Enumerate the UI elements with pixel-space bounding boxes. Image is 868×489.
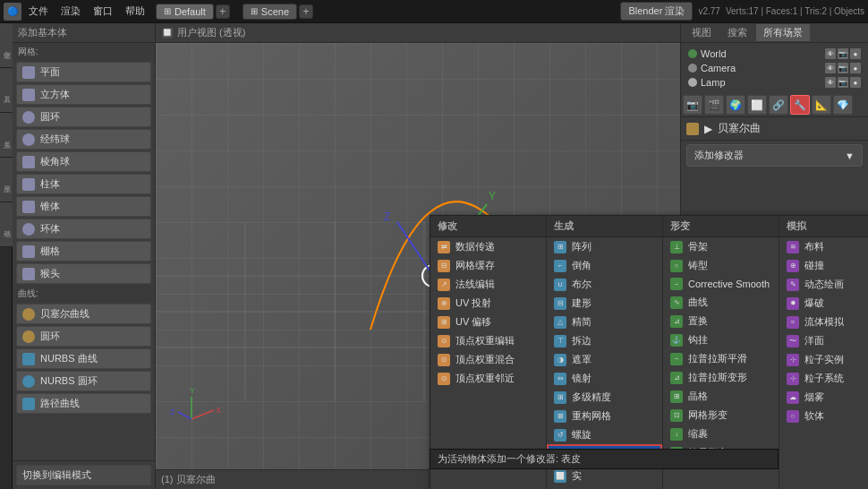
props-render-icon[interactable]: 📷 — [683, 95, 702, 115]
menu-item-screw[interactable]: ↺ 螺旋 — [547, 425, 662, 444]
menu-item-mirror[interactable]: ⇔ 镜射 — [547, 369, 662, 388]
scene-item-camera[interactable]: Camera 👁 📷 ● — [685, 61, 864, 75]
menu-item-vertex-weight-edit[interactable]: ⊙ 顶点权重编辑 — [430, 331, 546, 350]
mesh-plane[interactable]: 平面 — [16, 62, 151, 82]
menu-item-uv-project[interactable]: ⊕ UV 投射 — [430, 294, 546, 313]
menu-item-laplacian-smooth[interactable]: ~ 拉普拉斯平滑 — [663, 349, 779, 368]
props-scene-icon[interactable]: 🎬 — [704, 95, 724, 115]
visibility-icon[interactable]: 👁 — [825, 48, 836, 59]
menu-item-particle-system[interactable]: ⊹ 粒子系统 — [779, 369, 868, 388]
menu-item-decimate[interactable]: △ 精简 — [547, 313, 662, 331]
menu-item-ocean[interactable]: 〜 洋面 — [779, 331, 868, 350]
props-constraints-icon[interactable]: 🔗 — [769, 95, 788, 115]
menu-item-mesh-deform[interactable]: ⊡ 网格形变 — [663, 406, 779, 425]
mesh-circle[interactable]: 圆环 — [16, 107, 151, 127]
menu-item-softbody[interactable]: ○ 软体 — [779, 407, 868, 425]
curve-path[interactable]: 路径曲线 — [16, 393, 151, 414]
menu-item-solidify[interactable]: ⬜ 实 — [547, 467, 662, 485]
menu-item-boolean[interactable]: ∪ 布尔 — [547, 275, 662, 294]
add-tab-button[interactable]: + — [216, 4, 230, 19]
mesh-cube[interactable]: 立方体 — [16, 84, 151, 105]
tab-default[interactable]: ⊞ Default — [156, 4, 214, 20]
scene-item-lamp[interactable]: Lamp 👁 📷 ● — [685, 75, 864, 90]
curve-nurbs[interactable]: NURBS 曲线 — [16, 348, 151, 369]
edit-mode-btn[interactable]: 切换到编辑模式 — [16, 465, 151, 485]
menu-item-uv-warp[interactable]: ⊞ UV 偏移 — [430, 313, 546, 331]
menu-item-multiresolution[interactable]: ⊞ 多级精度 — [547, 388, 662, 407]
render-icon[interactable]: 📷 — [838, 48, 848, 59]
menu-item-laplacian-deform[interactable]: ⊿ 拉普拉斯变形 — [663, 368, 779, 387]
menu-item-remesh[interactable]: ⊠ 重构网格 — [547, 407, 662, 425]
curve-nurbs-circle[interactable]: NURBS 圆环 — [16, 371, 151, 391]
menu-item-mask[interactable]: ◑ 遮罩 — [547, 350, 662, 369]
render-engine-label[interactable]: Blender 渲染 — [620, 2, 693, 21]
vtab-anim[interactable]: 动画 — [0, 202, 13, 247]
menu-item-hook[interactable]: ⚓ 钩挂 — [663, 330, 779, 349]
props-material-icon[interactable]: 💎 — [833, 95, 853, 115]
cam-select-icon[interactable]: ● — [850, 63, 861, 73]
menu-render[interactable]: 渲染 — [55, 3, 86, 20]
tab-scene[interactable]: ⊞ Scene — [243, 4, 297, 20]
mesh-monkey[interactable]: 猴头 — [16, 263, 151, 284]
tab-all-scenes[interactable]: 所有场景 — [756, 24, 810, 41]
select-icon[interactable]: ● — [850, 48, 861, 59]
vtab-relations[interactable]: 关系 — [0, 113, 13, 158]
curve-circle[interactable]: 圆环 — [16, 326, 151, 347]
scene-item-world[interactable]: World 👁 📷 ● — [685, 47, 864, 61]
menu-item-cloth[interactable]: ≋ 布料 — [779, 237, 868, 256]
menu-item-particle-instance[interactable]: ⊹ 粒子实例 — [779, 350, 868, 369]
menu-item-armature[interactable]: ⊥ 骨架 — [663, 237, 779, 256]
menu-item-build[interactable]: ⊟ 建形 — [547, 294, 662, 313]
props-object-icon[interactable]: ⬜ — [747, 95, 767, 115]
vtab-display[interactable]: 显示 — [0, 158, 13, 202]
mesh-grid[interactable]: 棚格 — [16, 241, 151, 262]
curve-bezier[interactable]: 贝塞尔曲线 — [16, 304, 151, 324]
menu-item-corrective-smooth[interactable]: ~ Corrective Smooth — [663, 275, 779, 293]
vtab-tools[interactable]: 工具 — [0, 68, 13, 113]
tab-search[interactable]: 搜索 — [720, 24, 754, 41]
cam-render-icon[interactable]: 📷 — [838, 63, 848, 73]
menu-item-bevel[interactable]: ⌐ 倒角 — [547, 256, 662, 275]
props-modifiers-icon[interactable]: 🔧 — [790, 95, 810, 115]
tab-view[interactable]: 视图 — [685, 24, 719, 41]
mesh-torus[interactable]: 环体 — [16, 219, 151, 239]
props-world-icon[interactable]: 🌍 — [726, 95, 745, 115]
top-bar: 🔵 文件 渲染 窗口 帮助 ⊞ Default + ⊞ Scene + Blen… — [0, 0, 868, 23]
menu-item-vertex-weight-prox[interactable]: ⊙ 顶点权重邻近 — [430, 369, 546, 388]
displace-icon: ⊿ — [670, 315, 683, 328]
menu-window[interactable]: 窗口 — [88, 3, 118, 20]
menu-help[interactable]: 帮助 — [120, 3, 150, 20]
menu-item-curve[interactable]: ∿ 曲线 — [663, 293, 779, 312]
boolean-icon: ∪ — [554, 279, 566, 291]
menu-item-lattice[interactable]: ⊞ 晶格 — [663, 387, 779, 406]
mesh-icosphere[interactable]: 棱角球 — [16, 151, 151, 172]
lamp-render-icon[interactable]: 📷 — [838, 77, 848, 88]
menu-item-array[interactable]: ⊞ 阵列 — [547, 237, 662, 256]
mesh-cylinder[interactable]: 柱体 — [16, 174, 151, 194]
menu-item-edge-split[interactable]: ⊤ 拆边 — [547, 331, 662, 350]
vtab-create[interactable]: 创建 — [0, 23, 13, 68]
menu-item-data-transfer[interactable]: ⇄ 数据传递 — [430, 237, 546, 256]
menu-item-shrinkwrap[interactable]: ↓ 缩裹 — [663, 425, 779, 443]
menu-item-mesh-cache[interactable]: ⊟ 网格缓存 — [430, 256, 546, 275]
mesh-cone[interactable]: 锥体 — [16, 196, 151, 217]
lamp-select-icon[interactable]: ● — [850, 77, 861, 88]
props-data-icon[interactable]: 📐 — [812, 95, 831, 115]
lamp-visibility-icon[interactable]: 👁 — [825, 77, 836, 88]
menu-item-dynamic-paint[interactable]: ✎ 动态绘画 — [779, 275, 868, 294]
svg-text:Y: Y — [489, 190, 496, 202]
cam-visibility-icon[interactable]: 👁 — [825, 63, 836, 73]
menu-item-fluid[interactable]: ≈ 流体模拟 — [779, 313, 868, 331]
menu-item-displace[interactable]: ⊿ 置换 — [663, 312, 779, 330]
menu-file[interactable]: 文件 — [23, 3, 54, 20]
menu-item-collision[interactable]: ⊕ 碰撞 — [779, 256, 868, 275]
mesh-uvsphere[interactable]: 经纬球 — [16, 129, 151, 150]
menu-item-smoke[interactable]: ☁ 烟雾 — [779, 388, 868, 407]
menu-item-subdivision[interactable]: ⊞ 表 — [547, 485, 662, 489]
menu-item-explode[interactable]: ✸ 爆破 — [779, 294, 868, 313]
menu-item-vertex-weight-mix[interactable]: ⊙ 顶点权重混合 — [430, 350, 546, 369]
add-modifier-btn[interactable]: 添加修改器 ▼ — [686, 144, 863, 167]
menu-item-cast[interactable]: ○ 铸型 — [663, 256, 779, 275]
add-scene-tab-button[interactable]: + — [299, 4, 313, 19]
menu-item-normal-edit[interactable]: ↗ 法线编辑 — [430, 275, 546, 294]
